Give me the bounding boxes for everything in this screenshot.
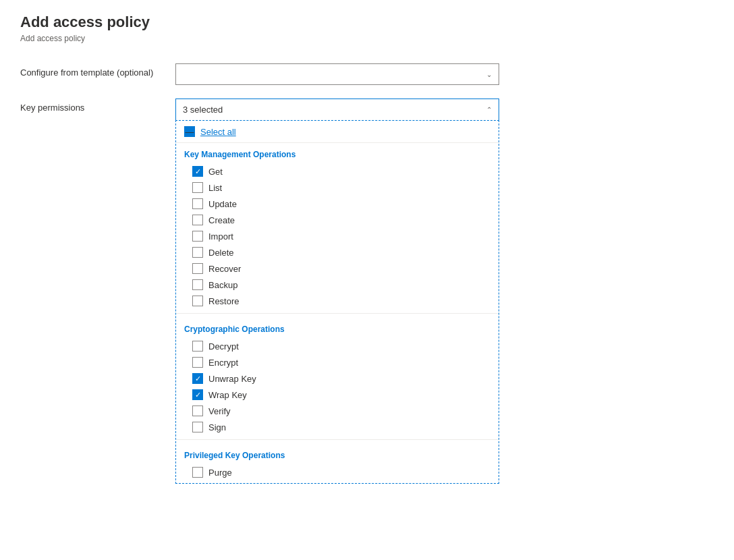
wrap-check-icon: ✓ [195, 391, 201, 399]
breadcrumb: Add access policy [20, 34, 714, 43]
key-permissions-label: Key permissions [20, 99, 175, 113]
verify-label: Verify [208, 406, 231, 416]
get-checkbox[interactable]: ✓ [192, 166, 203, 177]
key-permissions-chevron-icon: ⌃ [486, 106, 492, 113]
checkbox-purge[interactable]: Purge [176, 464, 499, 480]
check-icon: ✓ [195, 168, 201, 175]
cryptographic-header: Cryptographic Operations [176, 318, 499, 338]
purge-label: Purge [208, 468, 232, 478]
key-permissions-dropdown[interactable]: 3 selected ⌃ [175, 99, 499, 120]
recover-label: Recover [208, 264, 241, 274]
key-permissions-panel-inner: — Select all Key Management Operations ✓ [176, 121, 499, 480]
key-permissions-selected-value: 3 selected [183, 105, 223, 115]
page-title: Add access policy [20, 13, 714, 31]
select-all-checkbox[interactable]: — [184, 126, 195, 137]
sign-checkbox[interactable] [192, 422, 203, 432]
unwrap-key-checkbox[interactable]: ✓ [192, 373, 203, 384]
configure-template-label: Configure from template (optional) [20, 63, 175, 78]
decrypt-checkbox[interactable] [192, 341, 203, 352]
select-all-row[interactable]: — Select all [176, 121, 499, 143]
configure-template-chevron-icon: ⌄ [486, 71, 492, 78]
configure-template-row: Configure from template (optional) ⌄ [20, 63, 714, 88]
sign-label: Sign [208, 422, 226, 432]
checkbox-decrypt[interactable]: Decrypt [176, 338, 499, 354]
verify-checkbox[interactable] [192, 405, 203, 416]
restore-label: Restore [208, 296, 239, 306]
restore-checkbox[interactable] [192, 296, 203, 306]
purge-checkbox[interactable] [192, 467, 203, 478]
decrypt-label: Decrypt [208, 341, 239, 352]
configure-template-dropdown[interactable]: ⌄ [175, 63, 499, 85]
create-label: Create [208, 215, 235, 225]
update-checkbox[interactable] [192, 198, 203, 209]
import-checkbox[interactable] [192, 231, 203, 242]
wrap-key-label: Wrap Key [208, 390, 247, 400]
privileged-header: Privileged Key Operations [176, 444, 499, 464]
checkbox-unwrap-key[interactable]: ✓ Unwrap Key [176, 370, 499, 387]
key-permissions-panel: — Select all Key Management Operations ✓ [175, 120, 499, 484]
checkbox-delete[interactable]: Delete [176, 244, 499, 260]
checkbox-update[interactable]: Update [176, 196, 499, 212]
get-label: Get [208, 167, 223, 177]
backup-label: Backup [208, 280, 237, 290]
checkbox-create[interactable]: Create [176, 212, 499, 228]
recover-checkbox[interactable] [192, 263, 203, 274]
checkbox-restore[interactable]: Restore [176, 293, 499, 309]
delete-label: Delete [208, 248, 234, 258]
key-permissions-control: 3 selected ⌃ — Select all [175, 99, 513, 484]
encrypt-checkbox[interactable] [192, 357, 203, 368]
wrap-key-checkbox[interactable]: ✓ [192, 389, 203, 400]
form-section: Configure from template (optional) ⌄ Key… [20, 63, 714, 560]
unwrap-key-label: Unwrap Key [208, 374, 256, 384]
create-checkbox[interactable] [192, 215, 203, 225]
update-label: Update [208, 199, 237, 209]
list-label: List [208, 183, 222, 193]
unwrap-check-icon: ✓ [195, 375, 201, 383]
configure-template-dropdown-container: ⌄ [175, 63, 499, 85]
list-checkbox[interactable] [192, 182, 203, 193]
encrypt-label: Encrypt [208, 358, 238, 368]
checkbox-backup[interactable]: Backup [176, 277, 499, 293]
checkbox-wrap-key[interactable]: ✓ Wrap Key [176, 387, 499, 403]
section-divider-2 [176, 439, 499, 440]
section-divider-1 [176, 313, 499, 314]
backup-checkbox[interactable] [192, 279, 203, 290]
key-permissions-dropdown-container: 3 selected ⌃ — Select all [175, 99, 499, 484]
checkbox-import[interactable]: Import [176, 228, 499, 244]
key-management-header: Key Management Operations [176, 143, 499, 163]
import-label: Import [208, 231, 233, 242]
checkbox-verify[interactable]: Verify [176, 403, 499, 419]
select-all-label: Select all [200, 127, 236, 137]
checkbox-encrypt[interactable]: Encrypt [176, 354, 499, 370]
delete-checkbox[interactable] [192, 247, 203, 258]
configure-template-control: ⌄ [175, 63, 513, 85]
checkbox-list[interactable]: List [176, 179, 499, 196]
checkbox-recover[interactable]: Recover [176, 260, 499, 277]
checkbox-get[interactable]: ✓ Get [176, 163, 499, 179]
indeterminate-icon: — [186, 127, 194, 137]
key-permissions-row: Key permissions 3 selected ⌃ — [20, 99, 714, 484]
checkbox-sign[interactable]: Sign [176, 419, 499, 435]
select-all-link[interactable]: all [227, 127, 236, 137]
